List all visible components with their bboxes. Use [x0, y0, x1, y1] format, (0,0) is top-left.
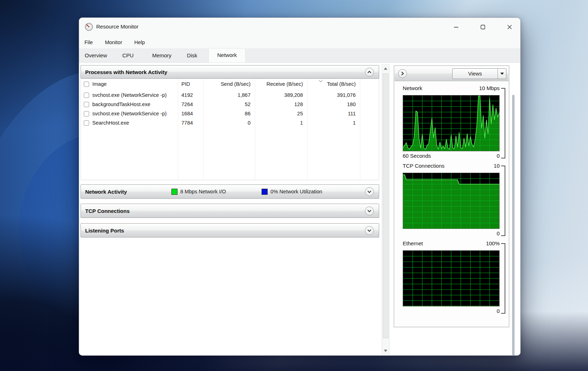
- close-icon: [507, 25, 512, 30]
- tcp-chart-axis: 0: [403, 230, 500, 237]
- minimize-button[interactable]: [448, 21, 464, 33]
- process-send: 1,867: [203, 92, 255, 98]
- chevron-up-icon: [367, 69, 372, 75]
- collapse-processes-button[interactable]: [365, 68, 374, 77]
- views-dropdown-arrow[interactable]: [498, 73, 506, 75]
- process-image: svchost.exe (NetworkService -p): [92, 92, 167, 98]
- desktop: Resource Monitor File Monitor Help Overv…: [0, 0, 588, 371]
- expand-listening-ports-button[interactable]: [365, 226, 374, 235]
- tcp-chart-scale-bracket: [501, 166, 505, 236]
- main-vertical-scrollbar[interactable]: [382, 64, 390, 355]
- table-row[interactable]: svchost.exe (NetworkService -p) 1684 86 …: [81, 109, 379, 118]
- process-total: 180: [307, 101, 360, 107]
- process-receive: 128: [255, 101, 307, 107]
- process-pid: 4192: [178, 92, 203, 98]
- process-receive: 389,208: [255, 92, 307, 98]
- chevron-down-icon: [367, 228, 372, 233]
- tcp-chart-labels: TCP Connections 10: [403, 163, 500, 171]
- processes-section-header[interactable]: Processes with Network Activity: [81, 65, 379, 79]
- scroll-down-button[interactable]: [382, 347, 389, 354]
- listening-ports-title: Listening Ports: [85, 228, 124, 234]
- network-activity-section-header[interactable]: Network Activity 8 Mbps Network I/O 0% N…: [81, 184, 379, 199]
- window-right-scrollbar[interactable]: [512, 95, 515, 356]
- tcp-connections-section-header[interactable]: TCP Connections: [81, 204, 379, 218]
- tab-cpu[interactable]: CPU: [117, 48, 139, 62]
- processes-table: Image PID Send (B/sec) Receive (B/sec) T…: [81, 79, 379, 180]
- chevron-right-icon: [400, 71, 405, 76]
- network-io-legend: 8 Mbps Network I/O: [171, 189, 226, 195]
- row-checkbox[interactable]: [84, 102, 89, 107]
- listening-ports-section-header[interactable]: Listening Ports: [81, 223, 379, 237]
- col-header-pid[interactable]: PID: [178, 81, 203, 87]
- network-utilization-label: 0% Network Utilization: [270, 189, 322, 194]
- close-button[interactable]: [501, 21, 518, 33]
- ethernet-usage-graph: [403, 250, 500, 307]
- tcp-chart-title: TCP Connections: [403, 163, 444, 171]
- titlebar: Resource Monitor: [79, 18, 520, 36]
- select-all-checkbox[interactable]: [84, 82, 89, 87]
- network-chart-title: Network: [403, 85, 422, 93]
- process-send: 86: [203, 111, 255, 116]
- col-header-image[interactable]: Image: [92, 81, 107, 87]
- resource-monitor-app-icon: [85, 23, 93, 31]
- minimize-icon: [454, 25, 459, 30]
- row-checkbox[interactable]: [84, 111, 89, 116]
- ethernet-chart-min: 0: [497, 308, 500, 315]
- network-chart-axis: 60 Seconds 0: [403, 153, 500, 160]
- table-row[interactable]: backgroundTaskHost.exe 7264 52 128 180: [81, 100, 379, 109]
- process-image: svchost.exe (NetworkService -p): [92, 111, 167, 116]
- maximize-button[interactable]: [475, 21, 491, 33]
- ethernet-chart-labels: Ethernet 100%: [403, 240, 500, 248]
- resource-monitor-window: Resource Monitor File Monitor Help Overv…: [79, 17, 521, 356]
- process-receive: 25: [255, 111, 307, 116]
- process-pid: 7264: [178, 101, 203, 107]
- tab-network-active[interactable]: Network: [209, 48, 245, 62]
- col-header-total[interactable]: Total (B/sec): [307, 81, 360, 87]
- process-total: 391,076: [307, 92, 360, 98]
- views-button[interactable]: Views: [452, 68, 506, 79]
- dropdown-arrow-icon: [500, 73, 504, 75]
- network-io-label: 8 Mbps Network I/O: [180, 189, 226, 194]
- table-row[interactable]: svchost.exe (NetworkService -p) 4192 1,8…: [81, 90, 379, 100]
- expand-network-activity-button[interactable]: [365, 187, 374, 196]
- process-pid: 7784: [178, 120, 203, 126]
- maximize-icon: [480, 25, 485, 30]
- row-checkbox[interactable]: [84, 93, 89, 98]
- process-receive: 1: [255, 120, 307, 126]
- row-checkbox[interactable]: [84, 120, 89, 126]
- ethernet-chart-scale: 100%: [486, 240, 500, 248]
- expand-tcp-connections-button[interactable]: [365, 207, 374, 215]
- ethernet-chart-axis: 0: [403, 308, 500, 315]
- table-row[interactable]: SearchHost.exe 7784 0 1 1: [81, 118, 379, 127]
- network-utilization-swatch: [262, 189, 268, 195]
- process-image: backgroundTaskHost.exe: [92, 101, 150, 107]
- tab-memory[interactable]: Memory: [147, 48, 177, 62]
- process-send: 0: [203, 120, 255, 126]
- scrollbar-thumb[interactable]: [383, 73, 388, 338]
- tab-disk[interactable]: Disk: [182, 48, 202, 62]
- views-button-label: Views: [453, 71, 497, 77]
- network-chart-x-label: 60 Seconds: [403, 153, 431, 160]
- tcp-chart-scale: 10: [494, 163, 500, 171]
- tcp-connections-graph: [403, 173, 500, 229]
- tab-bar: Overview CPU Memory Disk Network: [79, 48, 520, 63]
- charts-panel: Views Network 10 Mbps 60 Seconds 0: [394, 66, 509, 327]
- tab-overview[interactable]: Overview: [81, 48, 111, 62]
- table-header-row: Image PID Send (B/sec) Receive (B/sec) T…: [81, 79, 379, 89]
- network-chart-min: 0: [497, 153, 500, 160]
- col-header-send[interactable]: Send (B/sec): [203, 81, 255, 87]
- scroll-up-button[interactable]: [382, 65, 389, 72]
- menu-file[interactable]: File: [82, 38, 95, 46]
- process-pid: 1684: [178, 111, 203, 116]
- collapse-panel-button[interactable]: [398, 69, 407, 78]
- menu-monitor[interactable]: Monitor: [103, 38, 124, 46]
- chevron-down-icon: [367, 208, 372, 214]
- scroll-down-icon: [384, 350, 387, 352]
- network-utilization-legend: 0% Network Utilization: [262, 189, 322, 195]
- menu-help[interactable]: Help: [132, 38, 147, 46]
- network-usage-graph: [403, 95, 500, 151]
- col-header-receive[interactable]: Receive (B/sec): [255, 81, 307, 87]
- tcp-chart-min: 0: [497, 230, 500, 237]
- process-total: 1: [307, 120, 360, 126]
- processes-section-title: Processes with Network Activity: [85, 69, 167, 75]
